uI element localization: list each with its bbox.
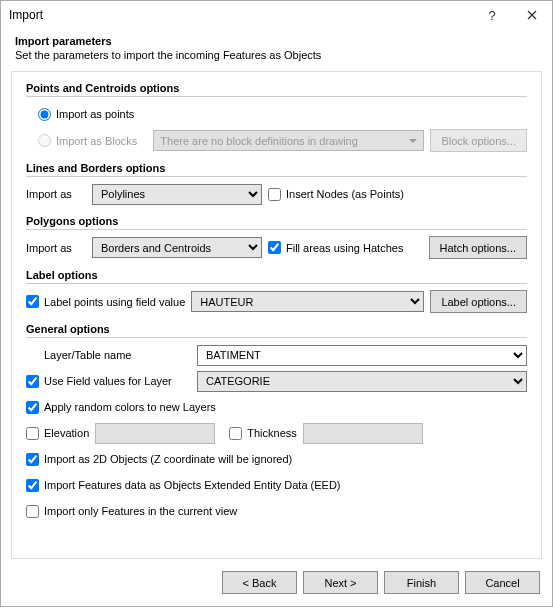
block-definition-text: There are no block definitions in drawin…: [160, 135, 358, 147]
elevation-input[interactable]: [26, 427, 39, 440]
fill-hatches-checkbox[interactable]: Fill areas using Hatches: [268, 241, 403, 254]
elevation-field: [95, 423, 215, 444]
import-eed-label: Import Features data as Objects Extended…: [44, 479, 341, 491]
group-general: General options Layer/Table name BATIMEN…: [26, 323, 527, 522]
import-eed-checkbox[interactable]: Import Features data as Objects Extended…: [26, 479, 341, 492]
elevation-checkbox[interactable]: Elevation: [26, 427, 89, 440]
insert-nodes-input[interactable]: [268, 188, 281, 201]
finish-button[interactable]: Finish: [384, 571, 459, 594]
label-field-select[interactable]: HAUTEUR: [191, 291, 424, 312]
group-points: Points and Centroids options Import as p…: [26, 82, 527, 152]
label-points-input[interactable]: [26, 295, 39, 308]
fill-hatches-input[interactable]: [268, 241, 281, 254]
close-button[interactable]: [512, 1, 552, 29]
layer-name-label: Layer/Table name: [26, 349, 191, 361]
fill-hatches-label: Fill areas using Hatches: [286, 242, 403, 254]
footer: < Back Next > Finish Cancel: [1, 559, 552, 606]
window-title: Import: [9, 8, 472, 22]
polygons-import-as-select[interactable]: Borders and Centroids: [92, 237, 262, 258]
group-title-label: Label options: [26, 269, 527, 284]
radio-import-points-input[interactable]: [38, 108, 51, 121]
group-lines: Lines and Borders options Import as Poly…: [26, 162, 527, 205]
layer-name-select[interactable]: BATIMENT: [197, 345, 527, 366]
import-view-checkbox[interactable]: Import only Features in the current view: [26, 505, 237, 518]
group-title-general: General options: [26, 323, 527, 338]
thickness-input[interactable]: [229, 427, 242, 440]
cancel-button[interactable]: Cancel: [465, 571, 540, 594]
radio-import-blocks: Import as Blocks: [38, 134, 137, 147]
page-subtitle: Set the parameters to import the incomin…: [15, 49, 538, 61]
close-icon: [527, 10, 537, 20]
use-field-checkbox[interactable]: Use Field values for Layer: [26, 375, 191, 388]
radio-import-blocks-input: [38, 134, 51, 147]
import-2d-checkbox[interactable]: Import as 2D Objects (Z coordinate will …: [26, 453, 292, 466]
group-title-points: Points and Centroids options: [26, 82, 527, 97]
import-view-input[interactable]: [26, 505, 39, 518]
group-title-polygons: Polygons options: [26, 215, 527, 230]
thickness-label: Thickness: [247, 427, 297, 439]
next-button[interactable]: Next >: [303, 571, 378, 594]
import-2d-input[interactable]: [26, 453, 39, 466]
field-layer-select[interactable]: CATEGORIE: [197, 371, 527, 392]
import-eed-input[interactable]: [26, 479, 39, 492]
thickness-checkbox[interactable]: Thickness: [229, 427, 297, 440]
lines-import-as-label: Import as: [26, 188, 86, 200]
random-colors-checkbox[interactable]: Apply random colors to new Layers: [26, 401, 216, 414]
group-label: Label options Label points using field v…: [26, 269, 527, 313]
hatch-options-button[interactable]: Hatch options...: [429, 236, 527, 259]
label-points-checkbox[interactable]: Label points using field value: [26, 295, 185, 308]
help-button[interactable]: ?: [472, 1, 512, 29]
radio-import-points-label: Import as points: [56, 108, 134, 120]
import-dialog: Import ? Import parameters Set the param…: [0, 0, 553, 607]
use-field-label: Use Field values for Layer: [44, 375, 172, 387]
insert-nodes-checkbox[interactable]: Insert Nodes (as Points): [268, 188, 404, 201]
insert-nodes-label: Insert Nodes (as Points): [286, 188, 404, 200]
random-colors-input[interactable]: [26, 401, 39, 414]
label-options-button[interactable]: Label options...: [430, 290, 527, 313]
import-2d-label: Import as 2D Objects (Z coordinate will …: [44, 453, 292, 465]
label-points-label: Label points using field value: [44, 296, 185, 308]
header: Import parameters Set the parameters to …: [1, 29, 552, 71]
random-colors-label: Apply random colors to new Layers: [44, 401, 216, 413]
page-title: Import parameters: [15, 35, 538, 47]
radio-import-blocks-label: Import as Blocks: [56, 135, 137, 147]
radio-import-points[interactable]: Import as points: [38, 108, 134, 121]
block-definition-select: There are no block definitions in drawin…: [153, 130, 424, 151]
thickness-field: [303, 423, 423, 444]
import-view-label: Import only Features in the current view: [44, 505, 237, 517]
polygons-import-as-label: Import as: [26, 242, 86, 254]
group-polygons: Polygons options Import as Borders and C…: [26, 215, 527, 259]
content-panel: Points and Centroids options Import as p…: [11, 71, 542, 559]
elevation-label: Elevation: [44, 427, 89, 439]
titlebar: Import ?: [1, 1, 552, 29]
group-title-lines: Lines and Borders options: [26, 162, 527, 177]
lines-import-as-select[interactable]: Polylines: [92, 184, 262, 205]
use-field-input[interactable]: [26, 375, 39, 388]
block-options-button: Block options...: [430, 129, 527, 152]
back-button[interactable]: < Back: [222, 571, 297, 594]
